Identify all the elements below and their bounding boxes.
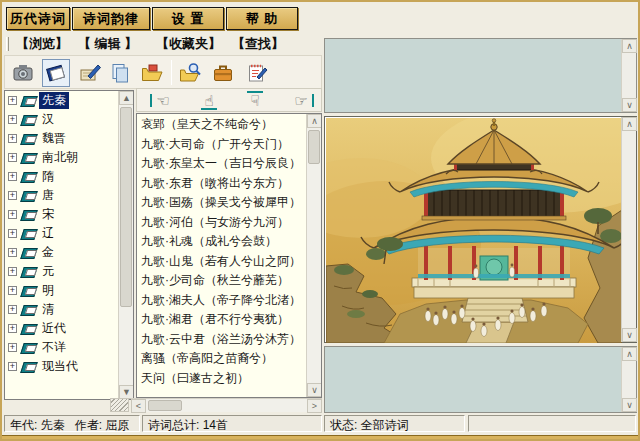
scroll-thumb[interactable] <box>148 400 182 411</box>
scroll-down-icon[interactable]: ∨ <box>622 328 637 342</box>
scroll-down-icon[interactable]: ∨ <box>622 98 637 112</box>
expand-icon[interactable]: + <box>8 134 17 143</box>
status-era-author: 年代: 先秦作者: 屈原 <box>4 415 140 432</box>
scroll-left-icon[interactable]: < <box>131 399 146 413</box>
poem-list-item[interactable]: 九歌·东君（暾将出兮东方） <box>137 173 321 193</box>
camera-icon <box>11 61 35 85</box>
toolbar-grip[interactable] <box>6 37 9 51</box>
title-area-scrollbar[interactable]: ∧ ∨ <box>621 39 636 112</box>
edit-poem-button[interactable] <box>76 59 104 87</box>
tree-item-jin[interactable]: +金 <box>5 243 133 262</box>
first-record-button[interactable]: ☜ <box>149 90 177 111</box>
poem-list-item[interactable]: 天问（曰遂古之初） <box>137 368 321 388</box>
poem-list-item[interactable]: 九歌·大司命（广开兮天门） <box>137 134 321 154</box>
poem-list-item[interactable]: 哀郢（皇天之不纯命兮） <box>137 114 321 134</box>
tab-favorites[interactable]: 【收藏夹】 <box>156 35 221 53</box>
menu-poems-button[interactable]: 历代诗词 <box>6 7 70 30</box>
menu-settings-button[interactable]: 设 置 <box>152 7 224 30</box>
book-icon <box>21 94 36 107</box>
scroll-up-icon[interactable]: ∧ <box>622 347 637 361</box>
tab-search[interactable]: 【查找】 <box>232 35 284 53</box>
scroll-down-icon[interactable]: ∨ <box>622 398 637 412</box>
expand-icon[interactable]: + <box>8 153 17 162</box>
status-state-label: 状态: 全部诗词 <box>330 418 409 432</box>
tree-item-ming[interactable]: +明 <box>5 281 133 300</box>
expand-icon[interactable]: + <box>8 267 17 276</box>
expand-icon[interactable]: + <box>8 305 17 314</box>
expand-icon[interactable]: + <box>8 96 17 105</box>
tab-browse[interactable]: 【浏览】 <box>16 35 68 53</box>
poem-list-item[interactable]: 九歌·河伯（与女游兮九河） <box>137 212 321 232</box>
expand-icon[interactable]: + <box>8 172 17 181</box>
book-icon <box>21 284 36 297</box>
tree-item-yuan[interactable]: +元 <box>5 262 133 281</box>
poem-list-item[interactable]: 离骚（帝高阳之苗裔兮） <box>137 348 321 368</box>
tree-item-label: 先秦 <box>39 92 69 109</box>
expand-icon[interactable]: + <box>8 115 17 124</box>
camera-button[interactable] <box>9 59 37 87</box>
tree-scrollbar[interactable]: ▲ ▼ <box>118 91 133 399</box>
painting-scrollbar[interactable]: ∧ ∨ <box>621 117 636 342</box>
poem-list-item[interactable]: 九歌·礼魂（成礼兮会鼓） <box>137 231 321 251</box>
scroll-thumb[interactable] <box>120 107 132 307</box>
tree-item-song[interactable]: +宋 <box>5 205 133 224</box>
scroll-right-icon[interactable]: > <box>307 399 322 413</box>
poem-list-hscrollbar[interactable]: < > <box>131 398 322 412</box>
search-folder-button[interactable] <box>176 59 204 87</box>
prev-record-button[interactable]: ☝ <box>195 90 223 111</box>
book-icon <box>21 360 36 373</box>
copy-button[interactable] <box>106 59 134 87</box>
status-total-label: 诗词总计: 14首 <box>148 418 228 432</box>
tree-item-xianqin[interactable]: +先秦 <box>5 91 133 110</box>
scroll-up-icon[interactable]: ▲ <box>119 91 134 105</box>
expand-icon[interactable]: + <box>8 362 17 371</box>
menu-help-button[interactable]: 帮 助 <box>226 7 298 30</box>
open-folder-button[interactable] <box>138 59 166 87</box>
scroll-up-icon[interactable]: ∧ <box>622 117 637 131</box>
resize-grip[interactable] <box>110 398 129 412</box>
poem-list-item[interactable]: 九歌·少司命（秋兰兮蘼芜） <box>137 270 321 290</box>
next-record-button[interactable]: ☟ <box>241 90 269 111</box>
tree-item-liao[interactable]: +辽 <box>5 224 133 243</box>
expand-icon[interactable]: + <box>8 248 17 257</box>
last-record-button[interactable]: ☞ <box>287 90 315 111</box>
poem-list-item[interactable]: 九歌·国殇（操吴戈兮被犀甲） <box>137 192 321 212</box>
notepad-button[interactable] <box>243 59 271 87</box>
poem-list-item[interactable]: 九歌·云中君（浴兰汤兮沐芳） <box>137 329 321 349</box>
briefcase-button[interactable] <box>209 59 237 87</box>
scroll-down-icon[interactable]: ∨ <box>307 383 322 397</box>
tree-item-qing[interactable]: +清 <box>5 300 133 319</box>
tree-item-tang[interactable]: +唐 <box>5 186 133 205</box>
tree-item-weijin[interactable]: +魏晋 <box>5 129 133 148</box>
tab-edit[interactable]: 【 编辑 】 <box>78 35 137 53</box>
scroll-thumb[interactable] <box>308 130 320 164</box>
search-folder-icon <box>178 61 202 85</box>
expand-icon[interactable]: + <box>8 210 17 219</box>
expand-icon[interactable]: + <box>8 229 17 238</box>
menu-rhythm-button[interactable]: 诗词韵律 <box>72 7 150 30</box>
poem-text-area[interactable]: ∧ ∨ <box>324 346 637 413</box>
tree-item-han[interactable]: +汉 <box>5 110 133 129</box>
text-area-scrollbar[interactable]: ∧ ∨ <box>621 347 636 412</box>
poem-list-item[interactable]: 九歌·东皇太一（吉日兮辰良） <box>137 153 321 173</box>
poem-list-scrollbar[interactable]: ∧ ∨ <box>306 114 321 397</box>
browse-book-button[interactable] <box>42 59 70 87</box>
expand-icon[interactable]: + <box>8 343 17 352</box>
poem-list-item[interactable]: 九歌·山鬼（若有人兮山之阿） <box>137 251 321 271</box>
poem-title-area[interactable]: ∧ ∨ <box>324 38 637 113</box>
poem-list-item[interactable]: 九歌·湘君（君不行兮夷犹） <box>137 309 321 329</box>
expand-icon[interactable]: + <box>8 191 17 200</box>
tree-item-label: 不详 <box>39 339 69 356</box>
scroll-down-icon[interactable]: ▼ <box>119 385 134 399</box>
expand-icon[interactable]: + <box>8 286 17 295</box>
book-icon <box>21 265 36 278</box>
tree-item-xiandangdai[interactable]: +现当代 <box>5 357 133 376</box>
tree-item-nanbeichao[interactable]: +南北朝 <box>5 148 133 167</box>
tree-item-buxiang[interactable]: +不详 <box>5 338 133 357</box>
poem-list-item[interactable]: 九歌·湘夫人（帝子降兮北渚） <box>137 290 321 310</box>
tree-item-sui[interactable]: +隋 <box>5 167 133 186</box>
expand-icon[interactable]: + <box>8 324 17 333</box>
scroll-up-icon[interactable]: ∧ <box>622 39 637 53</box>
scroll-up-icon[interactable]: ∧ <box>307 114 322 128</box>
tree-item-jindai[interactable]: +近代 <box>5 319 133 338</box>
